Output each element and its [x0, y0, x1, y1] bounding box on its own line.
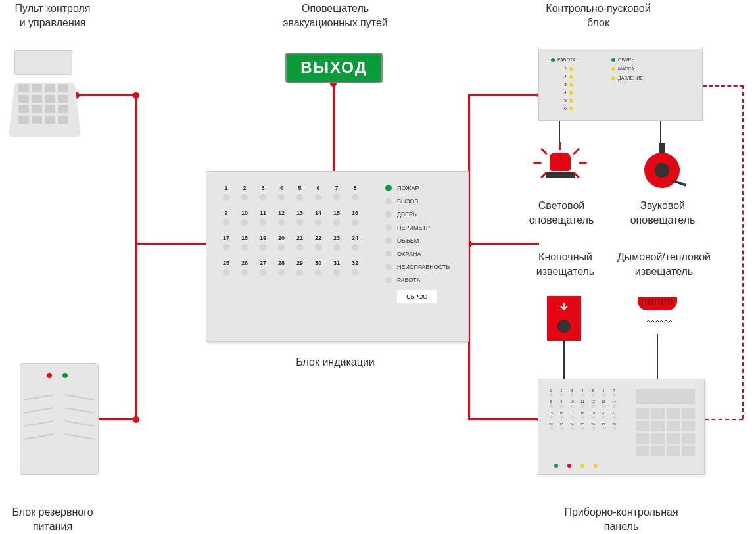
ctrl-num: 1 — [564, 66, 567, 71]
label-sound: Звуковой оповещатель — [623, 199, 702, 228]
control-launch-block-device: РАБОТА 1 2 3 4 5 6 ОБМЕН МАССА ДАВЛЕНИЕ — [538, 49, 703, 121]
wire — [135, 243, 207, 245]
ctrl-num: 5 — [564, 98, 567, 103]
indication-block-device: 1234567891011121314151617181920212223242… — [206, 171, 469, 342]
label-button-det: Кнопочный извещатель — [526, 250, 605, 279]
wire — [468, 418, 539, 420]
wire-black — [657, 334, 658, 379]
label-panel: Приборно-контрольная панель — [539, 505, 703, 534]
wire-dashed — [742, 85, 744, 419]
control-panel-device: 1234567891011121314151617181920212223242… — [538, 379, 705, 475]
wire — [468, 94, 540, 96]
ctrl-led-label: МАССА — [618, 66, 634, 71]
label-smoke-det: Дымовой/тепловой извещатель — [611, 250, 717, 279]
ctrl-led-label: ДАВЛЕНИЕ — [618, 76, 643, 80]
ctrl-num: 6 — [564, 106, 567, 110]
wire — [76, 94, 137, 96]
label-light: Световой оповещатель — [522, 199, 601, 228]
exit-sign: ВЫХОД — [285, 53, 383, 83]
button-detector-icon — [547, 296, 581, 341]
ctrl-led-label: ОБМЕН — [618, 57, 635, 62]
label-ind-block: Блок индикации — [276, 355, 394, 370]
smoke-detector-icon: 〰 〰 — [638, 297, 677, 337]
ctrl-num: 2 — [564, 74, 567, 79]
label-evac: Оповещатель эвакуационных путей — [263, 1, 408, 31]
wire-black — [660, 121, 661, 145]
control-console-device — [12, 50, 78, 142]
light-notifier-icon — [540, 146, 580, 192]
label-console: Пульт контроля и управления — [0, 1, 105, 31]
node — [133, 416, 139, 423]
ctrl-num: 3 — [564, 82, 567, 87]
wire-black — [563, 341, 565, 379]
wire-dashed — [705, 419, 743, 420]
wire — [468, 243, 539, 245]
label-backup: Блок резервного питания — [0, 505, 112, 534]
ctrl-led-label: РАБОТА — [557, 57, 576, 62]
ctrl-num: 4 — [564, 90, 567, 95]
backup-power-device — [20, 363, 99, 475]
wire — [99, 418, 136, 420]
sound-notifier-icon — [639, 143, 685, 189]
label-ctrl-block: Контрольно-пусковой блок — [526, 1, 671, 31]
wire-dashed — [703, 85, 744, 87]
wire — [135, 94, 137, 420]
wire — [333, 83, 335, 172]
node — [133, 92, 139, 99]
